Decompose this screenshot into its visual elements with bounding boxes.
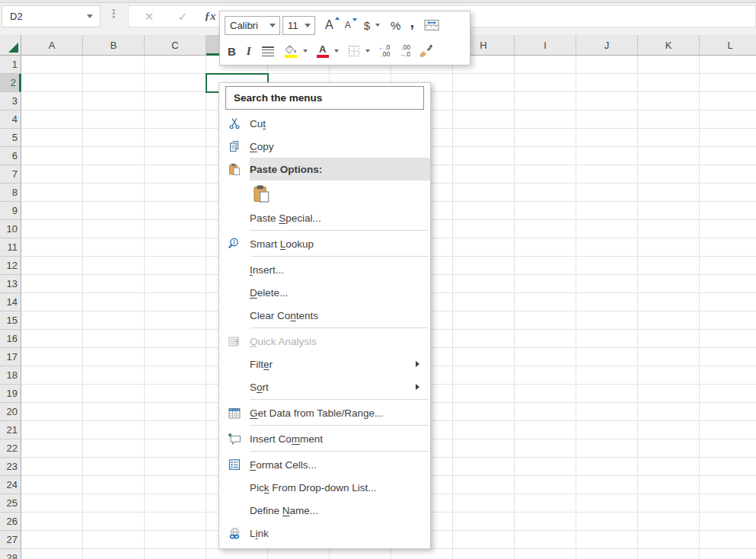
menu-item-sort[interactable]: Sort: [219, 375, 430, 398]
select-all-corner[interactable]: [0, 35, 21, 56]
row-header-25[interactable]: 25: [0, 494, 21, 513]
row-header-3[interactable]: 3: [0, 92, 21, 110]
borders-button[interactable]: [348, 45, 360, 57]
column-width-icon: [424, 19, 439, 31]
row-header-2[interactable]: 2: [0, 74, 21, 92]
menu-item-body: Smart Lookup: [250, 232, 430, 255]
menu-item-filter[interactable]: Filter: [219, 353, 430, 375]
comma-style-button[interactable]: ,: [410, 18, 414, 32]
accounting-format-button[interactable]: $: [364, 19, 370, 32]
row-header-21[interactable]: 21: [0, 421, 21, 439]
fill-color-button[interactable]: [284, 44, 298, 58]
menu-item-label: Get Data from Table/Range...: [250, 407, 383, 419]
row-header-12[interactable]: 12: [0, 257, 21, 275]
row-header-28[interactable]: 28: [0, 549, 21, 559]
column-header-J[interactable]: J: [576, 35, 638, 56]
menu-item-format-cells[interactable]: Format Cells...: [219, 453, 430, 476]
column-header-L[interactable]: L: [700, 35, 756, 56]
menu-item-label-key: F: [250, 459, 256, 471]
insert-function-button[interactable]: ƒx: [199, 6, 222, 27]
row-header-15[interactable]: 15: [0, 311, 21, 330]
row-header-18[interactable]: 18: [0, 366, 21, 385]
menu-item-gutter: [219, 427, 250, 450]
column-width-button[interactable]: [424, 19, 439, 31]
menu-item-label: Delete...: [250, 287, 288, 299]
format-cells-icon: [228, 458, 241, 471]
chevron-down-icon[interactable]: [334, 50, 339, 53]
paste-button[interactable]: [250, 182, 273, 205]
menu-item-define-name[interactable]: Define Name...: [219, 499, 430, 522]
row-header-7[interactable]: 7: [0, 165, 21, 184]
row-header-23[interactable]: 23: [0, 458, 21, 476]
menu-item-copy[interactable]: Copy: [219, 135, 430, 158]
quick-analysis-icon: [228, 336, 241, 347]
cancel-button[interactable]: ✕: [138, 6, 161, 27]
chevron-down-icon[interactable]: [303, 50, 308, 53]
increase-decimal-button[interactable]: ←.0 .00: [378, 44, 391, 58]
row-header-14[interactable]: 14: [0, 293, 21, 311]
menu-item-delete[interactable]: Delete...: [219, 281, 430, 304]
italic-button[interactable]: I: [247, 45, 251, 58]
column-header-K[interactable]: K: [638, 35, 700, 56]
column-header-C[interactable]: C: [145, 35, 206, 56]
row-header-11[interactable]: 11: [0, 238, 21, 257]
search-input[interactable]: [225, 86, 424, 110]
row-header-10[interactable]: 10: [0, 220, 21, 238]
row-header-8[interactable]: 8: [0, 184, 21, 202]
font-size-select[interactable]: 11: [282, 16, 315, 35]
row-header-13[interactable]: 13: [0, 275, 21, 293]
increase-font-size-button[interactable]: A: [325, 18, 333, 32]
chevron-down-icon: [270, 24, 276, 27]
chevron-down-icon[interactable]: [375, 24, 380, 27]
font-color-button[interactable]: A: [317, 45, 329, 58]
menu-item-smart-lookup[interactable]: Smart Lookup: [219, 232, 430, 255]
row-header-4[interactable]: 4: [0, 110, 21, 129]
name-box[interactable]: D2: [2, 5, 100, 27]
row-header-19[interactable]: 19: [0, 385, 21, 403]
row-header-9[interactable]: 9: [0, 202, 21, 220]
menu-item-pick-from-list[interactable]: Pick From Drop-down List...: [219, 476, 430, 499]
bold-button[interactable]: B: [228, 45, 236, 58]
row-header-6[interactable]: 6: [0, 147, 21, 165]
menu-item-label-post: uick Analysis: [258, 336, 317, 347]
row-header-5[interactable]: 5: [0, 129, 21, 147]
menu-item-clear-contents[interactable]: Clear Contents: [219, 304, 430, 327]
row-header-24[interactable]: 24: [0, 476, 21, 494]
row-header-17[interactable]: 17: [0, 348, 21, 366]
menu-item-link[interactable]: Link: [219, 522, 430, 545]
chevron-down-icon[interactable]: [365, 50, 370, 53]
row-header-20[interactable]: 20: [0, 403, 21, 421]
menu-item-gutter: [219, 353, 250, 375]
row-header-1[interactable]: 1: [0, 56, 21, 74]
row-header-16[interactable]: 16: [0, 330, 21, 348]
menu-item-label-pre: Cu: [250, 118, 263, 129]
menu-item-paste-special[interactable]: Paste Special...: [219, 206, 430, 229]
format-painter-button[interactable]: [419, 44, 433, 58]
menu-item-label-post: nsert...: [253, 264, 284, 276]
menu-item-cut[interactable]: Cut: [219, 112, 430, 135]
column-header-I[interactable]: I: [515, 35, 576, 56]
enter-button[interactable]: ✓: [171, 6, 194, 27]
menu-item-label-pre: Smart: [250, 238, 280, 250]
menu-item-label: Filter: [250, 359, 273, 370]
arrow-right-icon: →: [398, 50, 405, 58]
menu-item-insert[interactable]: Insert...: [219, 258, 430, 281]
font-name-select[interactable]: Calibri: [225, 16, 280, 35]
menu-item-get-data[interactable]: Get Data from Table/Range...: [219, 401, 430, 424]
menu-item-insert-comment[interactable]: Insert Comment: [219, 427, 430, 450]
name-box-dropdown-icon[interactable]: [87, 14, 93, 18]
row-header-27[interactable]: 27: [0, 531, 21, 549]
row-header-22[interactable]: 22: [0, 439, 21, 458]
column-header-B[interactable]: B: [83, 35, 145, 56]
menu-item-gutter: [219, 258, 250, 281]
column-header-A[interactable]: A: [21, 35, 83, 56]
menu-item-label-key: t: [263, 118, 266, 129]
menu-item-paste-options[interactable]: Paste Options:: [219, 158, 430, 180]
decrease-decimal-button[interactable]: .00 →.0: [398, 44, 410, 58]
center-align-button[interactable]: [262, 46, 274, 56]
menu-item-label-key: m: [292, 433, 300, 445]
decrease-font-size-button[interactable]: A: [345, 20, 351, 30]
percent-style-button[interactable]: %: [391, 19, 400, 32]
font-size-value: 11: [283, 20, 301, 31]
row-header-26[interactable]: 26: [0, 513, 21, 531]
